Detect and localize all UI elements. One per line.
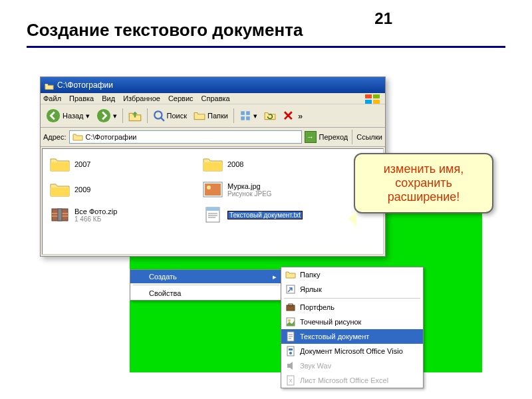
folders-button[interactable]: Папки xyxy=(191,108,231,123)
item-label: 2008 xyxy=(227,160,243,168)
svg-rect-2 xyxy=(365,100,372,104)
new-text-item[interactable]: Текстовый документ.txt xyxy=(202,206,355,223)
item-sublabel: Рисунок JPEG xyxy=(227,190,272,198)
folder-icon xyxy=(72,132,83,142)
zip-item[interactable]: Все Фото.zip1 466 КБ xyxy=(49,206,202,223)
menu-item-briefcase[interactable]: Портфель xyxy=(281,300,423,315)
menu-item-text-document[interactable]: Текстовый документ xyxy=(281,329,423,344)
folder-icon xyxy=(202,156,223,173)
editing-filename[interactable]: Текстовый документ.txt xyxy=(227,211,303,219)
briefcase-icon xyxy=(285,302,296,313)
zip-icon xyxy=(49,206,70,223)
chevron-down-icon: ▾ xyxy=(253,112,257,120)
svg-rect-20 xyxy=(206,207,219,211)
item-label: 2007 xyxy=(74,160,90,168)
menu-item-shortcut[interactable]: Ярлык xyxy=(281,282,423,297)
menu-label: Лист Microsoft Office Excel xyxy=(300,376,388,384)
menu-label: Свойства xyxy=(149,289,181,297)
menu-item-create[interactable]: Создать ▸ xyxy=(130,270,282,283)
svg-point-6 xyxy=(154,111,162,118)
wav-icon xyxy=(285,360,296,371)
folder-item[interactable]: 2007 xyxy=(49,156,202,173)
svg-point-14 xyxy=(207,186,211,190)
address-path: C:\Фотографии xyxy=(86,133,137,141)
menu-help[interactable]: Справка xyxy=(201,94,230,102)
windows-flag-icon xyxy=(364,93,382,105)
svg-rect-9 xyxy=(246,111,250,115)
item-label: 2009 xyxy=(74,186,90,194)
shortcut-icon xyxy=(285,284,296,295)
menu-label: Портфель xyxy=(300,303,334,311)
toolbar-overflow[interactable]: » xyxy=(298,111,303,121)
chevron-down-icon: ▾ xyxy=(86,112,90,120)
svg-rect-13 xyxy=(205,184,221,196)
context-menu-new: Папку Ярлык Портфель Точечный рисунок Те… xyxy=(281,267,424,388)
file-list-pane[interactable]: 2007 2008 2009 Мурка.jpgРисунок JPEG Все… xyxy=(42,148,384,255)
svg-rect-18 xyxy=(58,209,62,221)
menu-item-bitmap[interactable]: Точечный рисунок xyxy=(281,315,423,329)
go-label: Переход xyxy=(319,133,348,141)
page-number: 21 xyxy=(374,9,392,28)
callout-line: изменить имя, xyxy=(362,162,485,176)
submenu-arrow-icon: ▸ xyxy=(273,273,277,281)
callout-line: сохранить xyxy=(362,176,485,190)
bitmap-icon xyxy=(285,317,296,327)
go-button[interactable]: → xyxy=(305,131,317,143)
sync-button[interactable] xyxy=(261,108,279,123)
menu-file[interactable]: Файл xyxy=(43,94,61,102)
menu-item-visio[interactable]: Документ Microsoft Office Visio xyxy=(281,344,423,358)
menu-label: Точечный рисунок xyxy=(300,318,361,326)
svg-rect-1 xyxy=(373,94,380,98)
callout-hint: изменить имя, сохранить расширение! xyxy=(354,153,493,213)
views-button[interactable]: ▾ xyxy=(237,108,260,123)
svg-rect-0 xyxy=(365,94,372,98)
svg-rect-11 xyxy=(246,116,250,120)
address-bar: Адрес: C:\Фотографии → Переход Ссылки xyxy=(41,128,385,147)
menu-label: Папку xyxy=(300,271,320,279)
menu-favorites[interactable]: Избранное xyxy=(123,94,160,102)
menu-item-wav[interactable]: Звук Wav xyxy=(281,358,423,373)
svg-point-35 xyxy=(289,352,292,354)
menu-label: Документ Microsoft Office Visio xyxy=(300,347,403,355)
forward-button[interactable]: ▾ xyxy=(94,107,120,124)
search-button[interactable]: Поиск xyxy=(150,108,190,123)
item-sublabel: 1 466 КБ xyxy=(74,215,117,223)
menu-item-properties[interactable]: Свойства xyxy=(130,287,282,300)
menu-tools[interactable]: Сервис xyxy=(168,94,194,102)
folder-icon xyxy=(49,181,70,198)
search-label: Поиск xyxy=(167,112,187,120)
menu-label: Создать xyxy=(149,273,177,281)
back-label: Назад xyxy=(63,112,84,120)
toolbar-divider xyxy=(147,108,148,123)
image-item[interactable]: Мурка.jpgРисунок JPEG xyxy=(202,181,355,198)
up-button[interactable] xyxy=(126,108,144,124)
address-input[interactable]: C:\Фотографии xyxy=(69,130,302,144)
menu-label: Звук Wav xyxy=(300,362,331,370)
text-file-icon xyxy=(202,206,223,223)
delete-button[interactable]: ✕ xyxy=(280,106,297,125)
folder-item[interactable]: 2008 xyxy=(202,156,355,173)
toolbar-divider xyxy=(233,108,234,123)
menu-item-folder[interactable]: Папку xyxy=(281,267,423,282)
explorer-window: C:\Фотографии Файл Правка Вид Избранное … xyxy=(40,76,386,257)
address-label: Адрес: xyxy=(43,133,66,141)
menubar: Файл Правка Вид Избранное Сервис Справка xyxy=(41,93,385,104)
svg-rect-36 xyxy=(287,364,290,368)
svg-rect-8 xyxy=(241,111,245,115)
callout-line: расширение! xyxy=(362,190,485,204)
menu-item-excel[interactable]: XЛист Microsoft Office Excel xyxy=(281,373,423,388)
folder-open-icon xyxy=(45,80,54,90)
menu-edit[interactable]: Правка xyxy=(69,94,94,102)
svg-point-4 xyxy=(47,109,60,122)
menu-label: Текстовый документ xyxy=(300,332,369,340)
item-label: Все Фото.zip xyxy=(74,207,117,215)
back-button[interactable]: Назад ▾ xyxy=(43,107,92,124)
links-label[interactable]: Ссылки xyxy=(356,133,382,141)
excel-icon: X xyxy=(285,375,296,386)
window-titlebar[interactable]: C:\Фотографии xyxy=(41,77,385,93)
menu-view[interactable]: Вид xyxy=(102,94,115,102)
folder-item[interactable]: 2009 xyxy=(49,181,202,198)
chevron-down-icon: ▾ xyxy=(113,112,117,120)
toolbar-divider xyxy=(352,130,352,144)
text-icon xyxy=(285,331,296,342)
